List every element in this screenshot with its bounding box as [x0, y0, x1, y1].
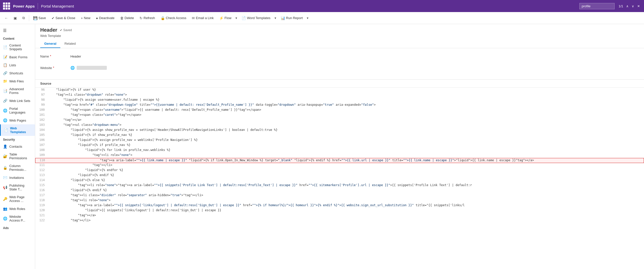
sidebar-toggle-btn[interactable]: ☰	[0, 26, 35, 35]
code-line: 118 "tag"><li role="none">	[35, 198, 644, 203]
line-number: 117	[35, 193, 48, 197]
code-editor[interactable]: 96 "liquid">{% if user %}97 "tag"><li cl…	[35, 88, 644, 269]
ads-section-title: Ads	[0, 224, 35, 231]
search-nav: 1/1 ∧ ∨ ✕	[618, 4, 641, 9]
line-content: "liquid">{% if user %}	[48, 88, 644, 92]
next-result-btn[interactable]: ∨	[631, 4, 635, 9]
email-link-button[interactable]: ✉ Email a Link	[189, 15, 216, 22]
sidebar-item-publishing-state[interactable]: 📢 Publishing State T...	[0, 182, 35, 193]
line-number: 109	[35, 153, 48, 157]
line-content: "liquid">{% if profile_nav %}	[48, 143, 644, 147]
delete-button[interactable]: 🗑 Delete	[118, 15, 137, 22]
form-area: Name * Header Website * 🌐	[35, 48, 644, 80]
line-content: "liquid">{{ snippets['links/logout'] | d…	[48, 208, 644, 212]
close-search-btn[interactable]: ✕	[636, 4, 641, 9]
code-line: 116 "liquid">{% endif %}	[35, 188, 644, 193]
basic-forms-icon: 📝	[3, 55, 7, 59]
sidebar-item-web-link-sets[interactable]: 🔗 Web Link Sets	[0, 97, 35, 105]
tab-related[interactable]: Related	[60, 40, 80, 48]
line-content: "tag"></a>	[48, 213, 644, 217]
sidebar-item-web-files[interactable]: 📁 Web Files	[0, 77, 35, 85]
sidebar-item-web-templates[interactable]: 📄 Web Templates	[0, 124, 35, 136]
back-button[interactable]: ←	[2, 15, 11, 22]
website-value-row: 🌐	[70, 66, 107, 70]
search-input[interactable]	[579, 3, 615, 9]
checkmark-icon: ✔	[60, 28, 62, 32]
tab-general[interactable]: General	[40, 40, 60, 48]
refresh-icon: ↻	[140, 16, 143, 20]
save-close-button[interactable]: ✔ Save & Close	[49, 15, 78, 22]
content-snippets-icon: 📄	[3, 45, 7, 49]
sidebar-item-invitations[interactable]: ✉️ Invitations	[0, 174, 35, 182]
line-number: 110	[35, 158, 48, 162]
sidebar-label-web-pages: Web Pages	[9, 119, 26, 122]
code-line: 113 "liquid">{% endif %}	[35, 173, 644, 178]
code-line: 107 "liquid">{% if profile_nav %}	[35, 143, 644, 148]
save-button[interactable]: 💾 Save	[31, 15, 49, 22]
record-title: Header	[40, 27, 57, 33]
sidebar-item-contacts[interactable]: 👤 Contacts	[0, 142, 35, 150]
flow-icon: ⚡	[219, 16, 223, 20]
line-content: "tag"><li class="divider" role="separato…	[48, 193, 644, 197]
line-number: 98	[35, 98, 48, 102]
content-section-title: Content	[0, 35, 35, 41]
app-title: Power Apps	[13, 4, 35, 8]
website-label: Website *	[40, 66, 70, 70]
run-report-dropdown-btn[interactable]: ▼	[305, 15, 310, 21]
apps-icon[interactable]	[3, 3, 10, 10]
open-new-window-button[interactable]: ⧉	[20, 14, 27, 22]
prev-result-btn[interactable]: ∧	[625, 4, 630, 9]
saved-badge: ✔ Saved	[60, 28, 72, 32]
flow-button-group: ⚡ Flow ▼	[217, 15, 239, 22]
sidebar-item-lists[interactable]: 📋 Lists	[0, 61, 35, 69]
sidebar-item-web-page-access[interactable]: 🔑 Web Page Access ...	[0, 193, 35, 205]
record-header: Header ✔ Saved Web Template General Rela…	[35, 24, 644, 48]
name-required-marker: *	[50, 55, 51, 58]
run-report-button-group: 📊 Run Report ▼	[278, 15, 310, 22]
word-templates-button[interactable]: 📄 Word Templates	[239, 15, 273, 22]
sidebar-item-basic-forms[interactable]: 📝 Basic Forms	[0, 53, 35, 61]
sidebar-item-web-roles[interactable]: 👥 Web Roles	[0, 205, 35, 213]
main-layout: ☰ Content 📄 Content Snippets 📝 Basic For…	[0, 24, 644, 269]
line-content: "tag"></li>	[48, 163, 644, 167]
line-number: 120	[35, 208, 48, 212]
search-page: 1/1	[618, 4, 624, 9]
shortcuts-icon: 🔗	[3, 71, 7, 75]
line-number: 96	[35, 88, 48, 92]
form-view-button[interactable]: ▣	[11, 15, 19, 22]
sidebar-item-table-permissions[interactable]: 🔐 Table Permissions	[0, 150, 35, 162]
deactivate-button[interactable]: ● Deactivate	[94, 15, 117, 22]
web-page-access-icon: 🔑	[3, 197, 7, 201]
refresh-button[interactable]: ↻ Refresh	[137, 15, 158, 22]
code-line: 103 "tag"><ul class="dropdown-menu">	[35, 123, 644, 128]
sidebar-item-column-permissions[interactable]: 🔒 Column Permissio...	[0, 162, 35, 174]
sidebar-item-portal-languages[interactable]: 🌐 Portal Languages	[0, 105, 35, 116]
column-permissions-icon: 🔒	[3, 166, 7, 170]
sidebar-item-shortcuts[interactable]: 🔗 Shortcuts	[0, 69, 35, 77]
website-blurred-value[interactable]	[77, 66, 107, 70]
run-report-button[interactable]: 📊 Run Report	[278, 15, 305, 22]
new-button[interactable]: + New	[78, 15, 93, 22]
globe-icon: 🌐	[70, 66, 75, 70]
sidebar-label-publishing-state: Publishing State T...	[9, 184, 32, 191]
source-label: Source	[35, 80, 644, 88]
sidebar-label-lists: Lists	[9, 63, 16, 67]
name-value[interactable]: Header	[70, 55, 81, 58]
sidebar-item-web-pages[interactable]: 🌐 Web Pages	[0, 116, 35, 124]
form-view-icon: ▣	[14, 16, 17, 20]
word-templates-dropdown-btn[interactable]: ▼	[273, 15, 278, 21]
sidebar-label-web-page-access: Web Page Access ...	[9, 195, 32, 203]
code-line: 97 "tag"><li class="dropdown" role="none…	[35, 93, 644, 98]
check-access-button[interactable]: 🔒 Check Access	[158, 15, 189, 22]
sidebar-label-basic-forms: Basic Forms	[9, 55, 27, 59]
line-content: "tag"><li class="dropdown" role="none">	[48, 93, 644, 97]
sidebar-item-website-access[interactable]: 🌐 Website Access P...	[0, 213, 35, 224]
top-bar: Power Apps Portal Management 1/1 ∧ ∨ ✕	[0, 0, 644, 12]
sidebar-label-shortcuts: Shortcuts	[9, 71, 23, 75]
flow-dropdown-btn[interactable]: ▼	[234, 15, 239, 21]
line-content: "liquid">{% assign show_profile_nav = se…	[48, 128, 644, 132]
code-line: 119 "tag"><a aria-label="">{{ snippets['…	[35, 203, 644, 208]
flow-button[interactable]: ⚡ Flow	[217, 15, 234, 22]
sidebar-item-content-snippets[interactable]: 📄 Content Snippets	[0, 41, 35, 53]
sidebar-item-advanced-forms[interactable]: 📑 Advanced Forms	[0, 85, 35, 97]
